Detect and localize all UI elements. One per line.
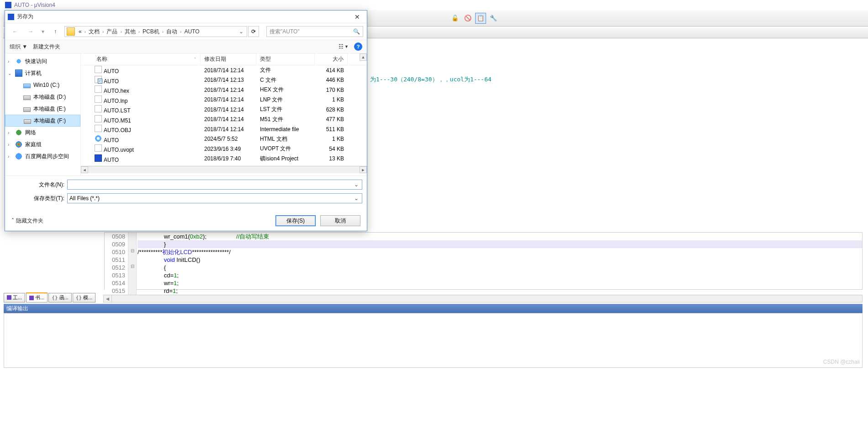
expand-icon[interactable]: › [8,59,9,64]
bottom-tab[interactable]: 书... [26,292,48,303]
sidebar-item[interactable]: ›快速访问 [5,55,80,67]
col-name-header[interactable]: 名称˄ [81,53,201,65]
file-type: 礦ision4 Project [256,155,315,163]
file-row[interactable]: AUTO.LST2018/7/14 12:14LST 文件628 KB [81,105,367,115]
sidebar-item-label: 百度网盘同步空间 [25,153,69,160]
bottom-tab[interactable]: 工... [4,293,25,303]
new-folder-button[interactable]: 新建文件夹 [33,43,60,51]
breadcrumb-dropdown[interactable]: ⌄ [238,28,245,35]
hscroll-right[interactable]: ► [360,166,367,173]
sidebar-item-label: 家庭组 [25,141,42,149]
dialog-sidebar[interactable]: ›快速访问⌄计算机Win10 (C:)本地磁盘 (D:)本地磁盘 (E:)本地磁… [5,53,81,175]
editor-hscroll[interactable]: ◄ [103,295,863,303]
file-icon [95,115,102,122]
file-size: 54 KB [315,146,348,152]
file-list[interactable]: ▲ 名称˄ 修改日期 类型 大小 AUTO2018/7/14 12:14文件41… [81,53,367,175]
col-type-header[interactable]: 类型 [256,53,315,65]
toolbar-btn-2[interactable]: 🚫 [462,13,473,24]
home-icon [15,141,22,148]
sidebar-item[interactable]: ›网络 [5,127,80,138]
breadcrumb[interactable]: «›文档›产品›其他›PCB机›自动›AUTO⌄ [64,26,247,37]
sidebar-item[interactable]: ⌄计算机 [5,67,80,79]
file-row[interactable]: AUTO.hex2018/7/14 12:14HEX 文件170 KB [81,85,367,95]
save-button[interactable]: 保存(S) [275,215,316,226]
toolbar-btn-1[interactable]: 🔓 [450,13,460,24]
filetype-select[interactable]: All Files (*.*) ⌄ [67,193,362,203]
sidebar-item[interactable]: ›家庭组 [5,138,80,150]
file-date: 2024/5/7 5:52 [201,136,256,142]
help-button[interactable]: ? [354,42,362,51]
dialog-fields: 文件名(N): ⌄ 保存类型(T): All Files (*.*) ⌄ [5,176,367,211]
code-text[interactable]: wr_com1(0xb2); //自动写结束 }/**********初始化LC… [137,233,862,295]
sidebar-item[interactable]: 本地磁盘 (E:) [5,103,80,115]
nav-forward-button[interactable]: → [24,26,37,37]
star-icon [15,58,22,65]
hide-folders-button[interactable]: ˄隐藏文件夹 [11,217,43,225]
file-row[interactable]: AUTO.OBJ2018/7/14 12:14Intermediate file… [81,124,367,134]
bottom-tab[interactable]: {}模... [73,293,95,303]
output-panel[interactable] [4,313,863,368]
breadcrumb-segment[interactable]: 自动 [164,28,179,36]
file-icon [95,135,102,142]
file-type: Intermediate file [256,126,315,133]
file-icon [95,154,102,162]
expand-icon[interactable]: ⌄ [8,71,11,76]
output-panel-header[interactable]: 编译输出 [4,304,863,313]
view-mode-dropdown[interactable]: ☷▼ [339,43,349,50]
fold-gutter[interactable]: ⊟⊟ [128,233,137,295]
file-name: AUTO.OBJ [104,127,131,133]
breadcrumb-segment[interactable]: AUTO [182,28,201,35]
file-row[interactable]: AUTO2018/7/14 12:13C 文件446 KB [81,75,367,85]
line-gutter: 05080509051005110512051305140515 [105,233,128,295]
sidebar-item[interactable]: 本地磁盘 (F:) [5,115,80,127]
scroll-up-button[interactable]: ▲ [360,53,367,61]
file-row[interactable]: AUTO2024/5/7 5:52HTML 文档1 KB [81,134,367,144]
nav-up-button[interactable]: ↑ [49,26,62,37]
file-row[interactable]: AUTO.lnp2018/7/14 12:14LNP 文件1 KB [81,95,367,105]
code-editor[interactable]: 05080509051005110512051305140515⊟⊟ wr_co… [104,232,863,290]
toolbar-btn-4[interactable]: 🔧 [488,13,499,24]
drive-win-icon [23,84,31,88]
filetype-drop-icon[interactable]: ⌄ [353,195,360,202]
chevron-right-icon: › [101,29,105,34]
col-date-header[interactable]: 修改日期 [201,53,256,65]
file-row[interactable]: AUTO2018/6/19 7:40礦ision4 Project13 KB [81,154,367,164]
nav-back-button[interactable]: ← [9,26,21,37]
file-row[interactable]: AUTO.uvopt2023/9/16 3:49UVOPT 文件54 KB [81,144,367,154]
filename-input[interactable]: ⌄ [67,180,362,190]
file-row[interactable]: AUTO2018/7/14 12:14文件414 KB [81,65,367,75]
search-input[interactable]: 搜索"AUTO" 🔍 [266,26,363,37]
cancel-button[interactable]: 取消 [320,215,360,226]
col-size-header[interactable]: 大小 [315,53,348,65]
toolbar-btn-3[interactable]: 📋 [475,13,486,24]
sidebar-item[interactable]: 本地磁盘 (D:) [5,91,80,103]
file-size: 477 KB [315,116,348,122]
sidebar-item[interactable]: Win10 (C:) [5,79,80,91]
breadcrumb-segment[interactable]: 产品 [105,28,119,36]
filename-drop-icon[interactable]: ⌄ [353,181,360,188]
refresh-button[interactable]: ⟳ [248,26,259,37]
organize-button[interactable]: 组织 ▼ [10,43,27,51]
sidebar-item[interactable]: ›百度网盘同步空间 [5,150,80,162]
dialog-nav: ← → ▾ ↑ «›文档›产品›其他›PCB机›自动›AUTO⌄ ⟳ 搜索"AU… [5,23,367,40]
breadcrumb-segment[interactable]: « [77,28,84,35]
expand-icon[interactable]: › [8,142,9,147]
file-icon [95,125,102,132]
expand-icon[interactable]: › [8,154,9,159]
file-row[interactable]: AUTO.M512018/7/14 12:14M51 文件477 KB [81,115,367,125]
hscroll-left[interactable]: ◄ [81,166,88,173]
breadcrumb-segment[interactable]: 其他 [123,28,138,36]
nav-recent-dropdown[interactable]: ▾ [40,26,46,37]
bottom-tab[interactable]: {}函... [48,293,71,303]
breadcrumb-segment[interactable]: 文档 [87,28,101,36]
file-icon [95,76,102,83]
file-rows[interactable]: AUTO2018/7/14 12:14文件414 KBAUTO2018/7/14… [81,65,367,166]
file-list-header[interactable]: 名称˄ 修改日期 类型 大小 [81,53,367,65]
breadcrumb-segment[interactable]: PCB机 [141,28,161,36]
file-icon [95,85,102,93]
expand-icon[interactable]: › [8,130,9,135]
close-button[interactable]: ✕ [350,12,364,21]
file-date: 2018/7/14 12:14 [201,96,256,103]
file-hscroll[interactable]: ◄ ► [81,166,367,173]
dialog-titlebar[interactable]: 另存为 ✕ [5,11,367,23]
